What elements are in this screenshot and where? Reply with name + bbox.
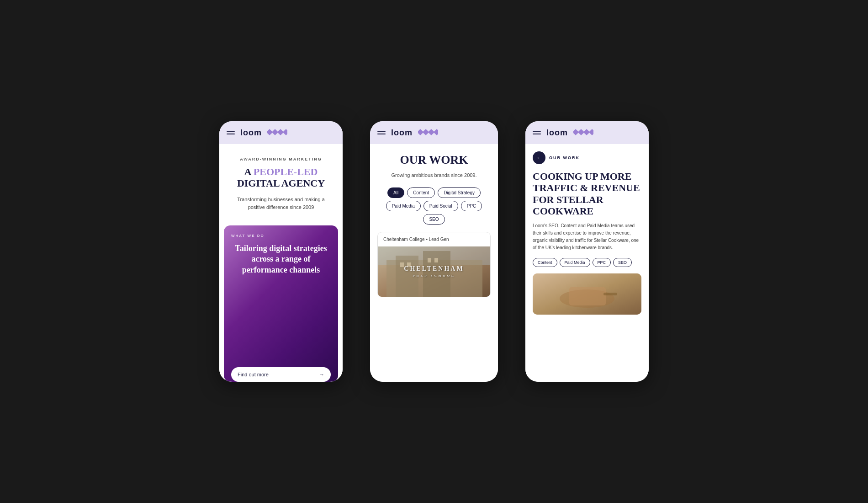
logo-pattern-1 [267, 128, 287, 138]
menu-icon[interactable] [227, 131, 235, 134]
award-label: AWARD-WINNING MARKETING [228, 157, 333, 161]
filter-content[interactable]: Content [407, 187, 435, 198]
svg-rect-3 [283, 129, 287, 135]
case-tags: Content Paid Media PPC SEO [533, 258, 641, 267]
svg-rect-1 [272, 129, 278, 135]
our-work-title: OUR WORK [377, 153, 491, 167]
svg-rect-2 [277, 129, 284, 135]
arrow-icon: → [319, 372, 324, 377]
work-card-image: CHELTENHAM PREP SCHOOL [378, 246, 490, 297]
logo-text-3: loom [546, 128, 568, 138]
find-out-button[interactable]: Find out more → [231, 367, 331, 382]
logo-text-2: loom [391, 128, 413, 138]
back-button[interactable]: ← [533, 151, 545, 164]
hero-title-main: DIGITAL AGENCY [237, 177, 325, 189]
cheltenham-text: CHELTENHAM PREP SCHOOL [404, 264, 464, 278]
phone-frame-1: loom AWARD-WINNING MARKETING A PEOPLE-LE… [219, 121, 343, 382]
what-we-do-card: WHAT WE DO Tailoring digital strategies … [224, 225, 338, 382]
tag-seo: SEO [613, 258, 632, 267]
filter-digital-strategy[interactable]: Digital Strategy [438, 187, 481, 198]
hero-title-prefix: A [244, 166, 254, 177]
menu-icon-2[interactable] [377, 131, 386, 134]
svg-rect-6 [428, 129, 434, 135]
filter-paid-social[interactable]: Paid Social [423, 201, 458, 211]
hero-section: AWARD-WINNING MARKETING A PEOPLE-LED DIG… [219, 144, 343, 221]
navbar-1: loom [219, 121, 343, 144]
menu-icon-3[interactable] [533, 131, 541, 134]
svg-rect-24 [603, 293, 617, 295]
tag-paid-media: Paid Media [560, 258, 590, 267]
svg-rect-5 [423, 129, 429, 135]
tag-ppc: PPC [593, 258, 611, 267]
case-description: Loom's SEO, Content and Paid Media teams… [533, 222, 641, 252]
svg-rect-13 [400, 262, 404, 267]
svg-rect-23 [569, 287, 606, 305]
tag-content: Content [533, 258, 557, 267]
filter-paid-media[interactable]: Paid Media [386, 201, 421, 211]
our-work-subtitle: Growing ambitious brands since 2009. [377, 171, 491, 179]
phone2-body: OUR WORK Growing ambitious brands since … [370, 144, 498, 382]
filter-tags: All Content Digital Strategy Paid Media … [377, 187, 491, 225]
phone-frame-3: loom ← OUR WORK COOKING UP MORE TRAFFIC … [525, 121, 649, 382]
svg-rect-15 [428, 258, 431, 262]
hero-subtitle: Transforming businesses and making a pos… [228, 196, 333, 212]
navbar-3: loom [525, 121, 649, 144]
what-we-do-label: WHAT WE DO [231, 234, 331, 238]
logo-pattern-3 [573, 128, 593, 138]
cheltenham-subtext: PREP SCHOOL [404, 274, 464, 278]
svg-rect-19 [583, 129, 590, 135]
work-card-header: Cheltenham College • Lead Gen [378, 232, 490, 246]
logo-text-1: loom [240, 128, 262, 138]
what-we-do-title: Tailoring digital strategies across a ra… [231, 243, 331, 275]
svg-rect-16 [434, 258, 438, 262]
logo-pattern-2 [418, 128, 438, 138]
filter-all[interactable]: All [387, 187, 404, 198]
phone3-body: ← OUR WORK COOKING UP MORE TRAFFIC & REV… [525, 144, 649, 382]
find-out-label: Find out more [238, 372, 269, 377]
svg-rect-4 [418, 129, 423, 135]
hero-title: A PEOPLE-LED DIGITAL AGENCY [228, 166, 333, 189]
filter-ppc[interactable]: PPC [461, 201, 482, 211]
phone-frame-2: loom OUR WORK Growing ambitious brands s… [370, 121, 498, 382]
svg-rect-0 [267, 129, 273, 135]
svg-rect-17 [573, 129, 579, 135]
hero-highlight: PEOPLE-LED [254, 166, 318, 177]
svg-rect-7 [434, 129, 438, 135]
case-title: COOKING UP MORE TRAFFIC & REVENUE FOR ST… [533, 171, 641, 217]
svg-rect-18 [578, 129, 584, 135]
filter-seo[interactable]: SEO [423, 214, 445, 225]
navbar-2: loom [370, 121, 498, 144]
work-card[interactable]: Cheltenham College • Lead Gen [377, 232, 491, 297]
back-section: ← OUR WORK [533, 151, 641, 164]
svg-rect-20 [589, 129, 593, 135]
back-label: OUR WORK [549, 155, 580, 160]
phone1-body: AWARD-WINNING MARKETING A PEOPLE-LED DIG… [219, 144, 343, 382]
case-image [533, 273, 641, 315]
